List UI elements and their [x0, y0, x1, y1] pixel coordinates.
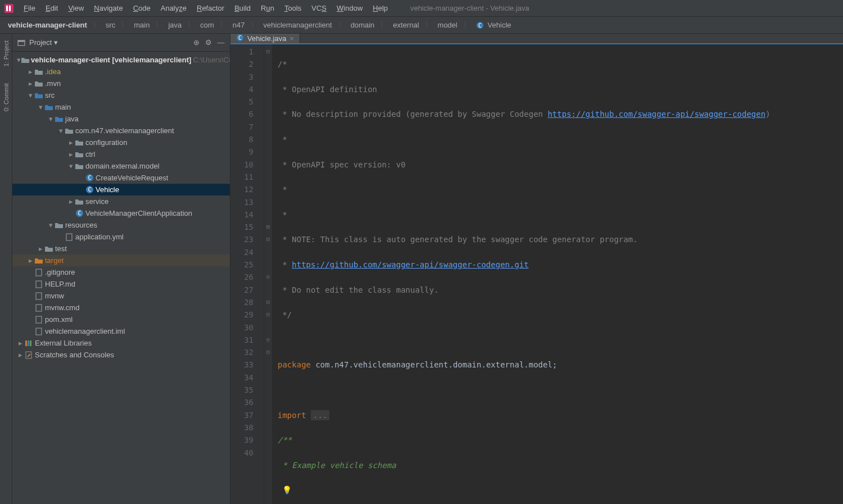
menu-refactor[interactable]: Refactor [192, 2, 229, 14]
expand-icon[interactable]: ▸ [17, 351, 24, 359]
expand-icon[interactable]: ▾ [67, 162, 74, 170]
collapse-icon[interactable]: — [216, 38, 225, 47]
crumb[interactable]: external [389, 20, 422, 30]
crumb-root[interactable]: vehicle-manager-client [4, 20, 90, 30]
tree-item[interactable]: ▾resources [12, 219, 230, 231]
gear-icon[interactable]: ⚙ [204, 38, 213, 47]
tree-item[interactable]: CVehicle [12, 184, 230, 196]
crumb[interactable]: main [130, 20, 153, 30]
fold-gutter[interactable]: ⊟⊞⊟⊖⊟⊟⊖⊟ [264, 44, 272, 504]
expand-icon[interactable]: ▸ [27, 67, 34, 76]
crumb-file[interactable]: C Vehicle [473, 20, 515, 31]
expand-icon[interactable]: ▸ [27, 79, 34, 88]
menu-file[interactable]: File [19, 2, 40, 14]
menu-vcs[interactable]: VCS [307, 2, 331, 14]
menu-analyze[interactable]: Analyze [156, 2, 191, 14]
svg-text:C: C [88, 175, 91, 181]
tree-item[interactable]: ▸.idea [12, 66, 230, 78]
expand-icon[interactable]: ▸ [67, 197, 74, 206]
expand-icon[interactable]: ▾ [37, 103, 44, 111]
expand-icon[interactable]: ▾ [47, 115, 54, 123]
crumb[interactable]: vehiclemanagerclient [260, 20, 336, 30]
class-icon: C [84, 174, 94, 182]
link[interactable]: https://github.com/swagger-api/swagger-c… [547, 110, 765, 119]
tree-item[interactable]: ▸test [12, 243, 230, 255]
expand-icon[interactable]: ▸ [37, 244, 44, 253]
tree-label: mvnw.cmd [45, 303, 79, 312]
tree-item[interactable]: ▸configuration [12, 137, 230, 148]
tree-item[interactable]: ▾domain.external.model [12, 160, 230, 172]
tree-label: External Libraries [35, 339, 92, 347]
tree-item[interactable]: ▸Scratches and Consoles [12, 349, 230, 361]
window-title: vehicle-manager-client - Vehicle.java [410, 4, 529, 12]
crumb[interactable]: java [165, 20, 185, 30]
tree-label: .mvn [45, 79, 61, 88]
tree-item[interactable]: ▸External Libraries [12, 337, 230, 349]
menu-help[interactable]: Help [368, 2, 392, 14]
tree-label: target [45, 256, 64, 265]
svg-rect-2 [9, 6, 11, 11]
tree-label: .gitignore [45, 268, 75, 276]
expand-icon[interactable]: ▾ [47, 221, 54, 229]
expand-icon[interactable]: ▾ [27, 91, 34, 99]
tree-item[interactable]: ▸service [12, 196, 230, 207]
tree-item[interactable]: mvnw.cmd [12, 302, 230, 314]
tree-item[interactable]: CCreateVehicleRequest [12, 172, 230, 184]
expand-icon[interactable]: ▸ [67, 138, 74, 147]
expand-icon[interactable]: ▾ [57, 126, 64, 135]
tree-label: test [55, 244, 67, 253]
tree-label: .idea [45, 67, 61, 76]
tree-item[interactable]: mvnw [12, 290, 230, 302]
tree-item[interactable]: .gitignore [12, 266, 230, 278]
tree-label: mvnw [45, 292, 64, 300]
tab-filename: Vehicle.java [247, 34, 286, 43]
menu-view[interactable]: View [64, 2, 88, 14]
intention-bulb-icon[interactable]: 💡 [282, 485, 292, 494]
menu-build[interactable]: Build [230, 2, 255, 14]
folder-icon [54, 221, 64, 229]
expand-icon[interactable]: ▸ [67, 150, 74, 158]
tree-item[interactable]: ▾src [12, 89, 230, 101]
select-opened-file-icon[interactable]: ⊕ [192, 38, 201, 47]
crumb[interactable]: domain [347, 20, 378, 30]
stripe-commit[interactable]: 0: Commit [3, 83, 10, 111]
menu-tools[interactable]: Tools [280, 2, 306, 14]
close-icon[interactable]: × [289, 34, 294, 43]
tree-item[interactable]: ▾main [12, 101, 230, 113]
expand-icon[interactable]: ▸ [17, 339, 24, 347]
file-icon [64, 233, 74, 241]
crumb[interactable]: src [102, 20, 119, 30]
tree-label: CreateVehicleRequest [96, 174, 168, 182]
tree-label: ctrl [85, 150, 95, 158]
tree-item[interactable]: CVehicleManagerClientApplication [12, 207, 230, 219]
editor-tab-vehicle[interactable]: C Vehicle.java × [230, 34, 300, 43]
menu-edit[interactable]: Edit [41, 2, 62, 14]
tree-item[interactable]: ▾vehicle-manager-client [vehiclemanagerc… [12, 54, 230, 66]
code-area[interactable]: /* * OpenAPI definition * No description… [272, 44, 843, 504]
tree-label: HELP.md [45, 280, 75, 288]
tree-item[interactable]: application.yml [12, 231, 230, 243]
tree-item[interactable]: ▾com.n47.vehiclemanagerclient [12, 125, 230, 137]
tree-item[interactable]: pom.xml [12, 314, 230, 325]
menu-run[interactable]: Run [256, 2, 279, 14]
tree-item[interactable]: ▸.mvn [12, 78, 230, 89]
svg-rect-1 [6, 6, 8, 11]
menu-code[interactable]: Code [129, 2, 155, 14]
crumb[interactable]: model [434, 20, 461, 30]
editor-body[interactable]: 1234567891011121314152324252627282930313… [230, 44, 843, 504]
project-tree[interactable]: ▾vehicle-manager-client [vehiclemanagerc… [12, 52, 230, 504]
crumb[interactable]: n47 [229, 20, 248, 30]
tree-item[interactable]: HELP.md [12, 278, 230, 290]
expand-icon[interactable]: ▾ [17, 56, 21, 64]
menu-navigate[interactable]: Navigate [89, 2, 127, 14]
tree-item[interactable]: vehiclemanagerclient.iml [12, 325, 230, 337]
tree-item[interactable]: ▾java [12, 113, 230, 125]
expand-icon[interactable]: ▸ [27, 256, 34, 265]
tree-item[interactable]: ▸ctrl [12, 148, 230, 160]
project-view-icon[interactable] [17, 38, 26, 47]
menu-window[interactable]: Window [332, 2, 367, 14]
link[interactable]: https://github.com/swagger-api/swagger-c… [292, 260, 528, 269]
crumb[interactable]: com [197, 20, 217, 30]
tree-item[interactable]: ▸target [12, 255, 230, 266]
stripe-project[interactable]: 1: Project [3, 40, 10, 66]
